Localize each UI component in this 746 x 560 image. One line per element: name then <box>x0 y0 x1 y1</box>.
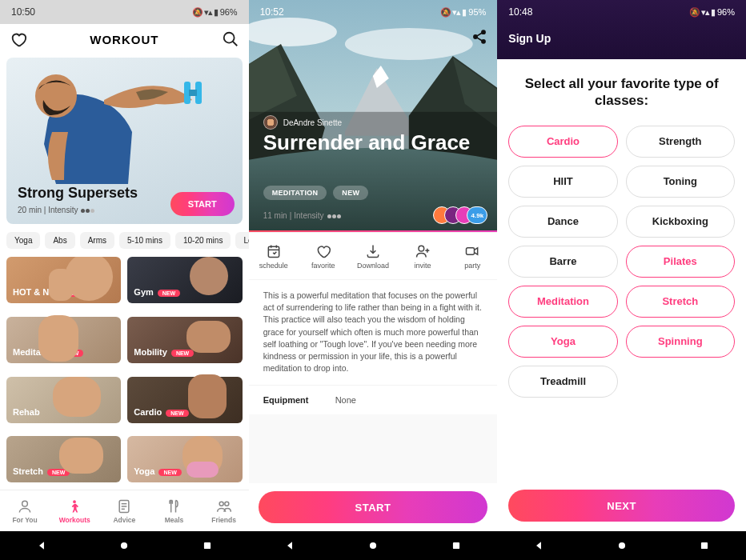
svg-rect-34 <box>452 542 459 549</box>
session-description: This is a powerful meditation that focus… <box>249 280 498 385</box>
favorite-icon[interactable] <box>10 30 27 48</box>
filter-tag[interactable]: Yoga <box>6 232 40 249</box>
search-icon[interactable] <box>222 30 239 48</box>
home-icon[interactable] <box>367 540 379 551</box>
hero-meta: 20 min | Intensity <box>18 206 138 214</box>
tag-new: NEW <box>333 186 368 200</box>
category-card-hot-new[interactable]: HOT & NEWNEW <box>6 257 121 303</box>
nav-label: Workouts <box>59 516 90 524</box>
filter-tag[interactable]: Low intensity <box>235 232 248 249</box>
back-icon[interactable] <box>284 540 295 551</box>
action-label: Download <box>357 262 389 270</box>
nav-advice[interactable]: Advice <box>99 490 149 531</box>
class-chip-treadmill[interactable]: Treadmill <box>508 366 617 398</box>
tag-meditation: MEDITATION <box>263 186 327 200</box>
action-bar: schedule favorite Download invite party <box>249 232 498 280</box>
nav-workouts[interactable]: Workouts <box>50 490 99 531</box>
class-chip-strength[interactable]: Strength <box>626 126 735 158</box>
status-time: 10:50 <box>11 6 35 18</box>
hero-duration: 20 min <box>18 206 42 214</box>
home-icon[interactable] <box>118 540 130 551</box>
session-title: Surrender and Grace <box>263 131 483 154</box>
category-card-meditation[interactable]: MeditationNEW <box>6 317 121 363</box>
class-chip-dance[interactable]: Dance <box>508 206 617 238</box>
hero-title: Strong Supersets <box>18 185 138 202</box>
system-nav <box>0 531 249 560</box>
workout-detail-screen: 10:52 🔕 ▾▴ ▮ 95% DeAndre Sinette Surrend… <box>249 0 498 560</box>
class-chip-barre[interactable]: Barre <box>508 246 617 278</box>
hero-text-block: Strong Supersets 20 min | Intensity <box>18 185 138 214</box>
signup-title: Sign Up <box>497 24 746 45</box>
invite-button[interactable]: invite <box>398 233 447 279</box>
nav-friends[interactable]: Friends <box>199 490 249 531</box>
filter-tag[interactable]: Abs <box>45 232 74 249</box>
svg-point-7 <box>73 500 76 503</box>
start-button[interactable]: START <box>170 192 235 216</box>
session-intensity-label: Intensity <box>294 211 323 220</box>
svg-point-18 <box>345 28 473 60</box>
schedule-button[interactable]: schedule <box>249 233 299 279</box>
filter-tag[interactable]: 5-10 mins <box>119 232 170 249</box>
category-card-rehab[interactable]: Rehab <box>6 377 121 423</box>
filter-tag[interactable]: 10-20 mins <box>175 232 231 249</box>
party-button[interactable]: party <box>447 233 497 279</box>
header-bar: WORKOUT <box>0 24 249 54</box>
svg-line-23 <box>477 33 483 36</box>
nav-for-you[interactable]: For You <box>0 490 50 531</box>
utensils-icon <box>166 498 182 514</box>
class-chip-pilates[interactable]: Pilates <box>626 246 735 278</box>
share-icon[interactable] <box>471 29 487 45</box>
class-chip-meditation[interactable]: Meditation <box>508 286 617 318</box>
featured-workout-card[interactable]: Strong Supersets 20 min | Intensity STAR… <box>6 58 243 224</box>
favorite-button[interactable]: favorite <box>299 233 348 279</box>
accent-bar <box>249 230 498 232</box>
recents-icon[interactable] <box>451 540 462 551</box>
svg-rect-15 <box>204 542 211 549</box>
svg-line-24 <box>477 38 483 41</box>
home-icon[interactable] <box>616 540 628 551</box>
next-button[interactable]: NEXT <box>508 490 735 522</box>
filter-tags-row[interactable]: Yoga Abs Arms 5-10 mins 10-20 mins Low i… <box>0 232 249 257</box>
recents-icon[interactable] <box>699 540 710 551</box>
back-icon[interactable] <box>36 540 47 551</box>
session-meta: 11 min | Intensity <box>263 211 341 220</box>
intensity-dots <box>327 211 341 220</box>
recents-icon[interactable] <box>202 540 213 551</box>
class-chip-cardio[interactable]: Cardio <box>508 126 617 158</box>
category-card-mobility[interactable]: MobilityNEW <box>127 317 242 363</box>
download-button[interactable]: Download <box>348 233 398 279</box>
class-chip-kickboxing[interactable]: Kickboxing <box>626 206 735 238</box>
svg-point-33 <box>370 542 376 549</box>
system-nav <box>497 531 746 560</box>
footer: START <box>249 483 498 531</box>
calendar-icon <box>266 243 282 259</box>
onboarding-screen: 10:48 🔕 ▾▴ ▮ 96% Sign Up Select all your… <box>497 0 746 560</box>
category-card-cardio[interactable]: CardioNEW <box>127 377 242 423</box>
category-grid: HOT & NEWNEW GymNEW MeditationNEW Mobili… <box>0 257 249 490</box>
status-battery: 96% <box>717 7 735 17</box>
svg-line-1 <box>232 42 237 46</box>
filter-tag[interactable]: Arms <box>80 232 114 249</box>
class-chip-toning[interactable]: Toning <box>626 166 735 198</box>
class-chip-spinning[interactable]: Spinning <box>626 326 735 358</box>
equipment-row: Equipment None <box>249 385 498 414</box>
nav-meals[interactable]: Meals <box>149 490 199 531</box>
hero-intensity-label: Intensity <box>48 206 78 214</box>
svg-point-12 <box>219 502 223 506</box>
category-card-gym[interactable]: GymNEW <box>127 257 242 303</box>
class-chip-hiit[interactable]: HIIT <box>508 166 617 198</box>
class-chip-yoga[interactable]: Yoga <box>508 326 617 358</box>
author-row[interactable]: DeAndre Sinette <box>263 115 342 130</box>
back-icon[interactable] <box>533 540 544 551</box>
svg-rect-36 <box>701 542 708 549</box>
class-chip-stretch[interactable]: Stretch <box>626 286 735 318</box>
category-card-yoga[interactable]: YogaNEW <box>127 436 242 482</box>
category-card-stretch[interactable]: StretchNEW <box>6 436 121 482</box>
download-icon <box>365 243 381 259</box>
status-icons: 🔕 ▾▴ ▮ <box>689 7 715 18</box>
start-button[interactable]: START <box>259 491 488 523</box>
status-time: 10:48 <box>508 6 532 18</box>
participant-avatars[interactable]: 4.9k <box>439 206 487 224</box>
session-tags: MEDITATION NEW <box>263 186 369 200</box>
nav-label: Friends <box>211 516 236 524</box>
